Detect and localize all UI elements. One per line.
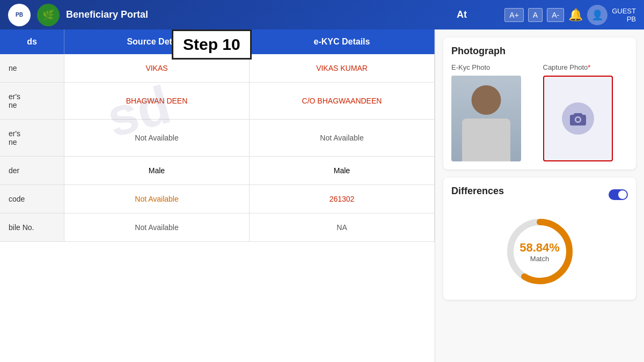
right-panel: Photograph E-Kyc Photo Capture Photo*: [435, 29, 644, 362]
person-body: [462, 119, 510, 161]
guest-name: GUEST: [612, 7, 636, 15]
main-content: ds Source Details e-KYC Details ne VIKAS…: [0, 29, 644, 362]
source-gender: Male: [64, 157, 250, 184]
ekyc-mobile: NA: [250, 213, 435, 241]
toggle-dot: [618, 190, 627, 199]
row-label-pincode: code: [0, 185, 64, 213]
person-photo: [451, 76, 521, 161]
guest-sub: PB: [612, 15, 636, 23]
source-mobile: Not Available: [64, 213, 250, 241]
guest-info: GUEST PB: [612, 7, 636, 23]
table-row: er'sne BHAGWAN DEEN C/O BHAGWAANDEEN: [0, 83, 435, 120]
differences-toggle[interactable]: [609, 189, 628, 200]
ekyc-photo-label: E-Kyc Photo: [451, 63, 537, 71]
photo-row: E-Kyc Photo Capture Photo*: [451, 63, 628, 161]
match-label: Match: [519, 255, 560, 263]
ekyc-mother: Not Available: [250, 120, 435, 156]
font-small-button[interactable]: A-: [547, 8, 564, 22]
ekyc-name: VIKAS KUMAR: [250, 54, 435, 82]
source-pincode: Not Available: [64, 185, 250, 213]
source-mother: Not Available: [64, 120, 250, 156]
state-logo: 🌿: [37, 4, 60, 26]
notification-bell-icon[interactable]: 🔔: [568, 8, 583, 22]
row-label-mobile: bile No.: [0, 213, 64, 241]
match-circle: 58.84% Match: [505, 217, 575, 286]
at-label: At: [457, 0, 467, 29]
font-medium-button[interactable]: A: [528, 8, 543, 22]
header-controls: A+ A A- 🔔 👤 GUEST PB: [504, 5, 636, 25]
table-row: er'sne Not Available Not Available: [0, 120, 435, 157]
match-container: 58.84% Match: [451, 211, 628, 292]
row-label-mother: er'sne: [0, 120, 64, 156]
source-father: BHAGWAN DEEN: [64, 83, 250, 119]
header: PB 🌿 Beneficiary Portal At A+ A A- 🔔 👤 G…: [0, 0, 644, 29]
step-badge: Step 10: [172, 29, 252, 60]
col-ekyc: e-KYC Details: [250, 29, 435, 54]
table-panel: ds Source Details e-KYC Details ne VIKAS…: [0, 29, 435, 362]
ekyc-photo-col: E-Kyc Photo: [451, 63, 537, 161]
col-label: ds: [0, 29, 64, 54]
person-head: [472, 85, 501, 115]
svg-point-0: [576, 118, 580, 122]
match-percent: 58.84%: [519, 241, 560, 255]
row-label-gender: der: [0, 157, 64, 184]
photograph-title: Photograph: [451, 46, 628, 57]
font-large-button[interactable]: A+: [504, 8, 524, 22]
portal-title: Beneficiary Portal: [66, 9, 498, 20]
capture-photo-label: Capture Photo*: [543, 63, 628, 71]
match-text: 58.84% Match: [519, 241, 560, 263]
table-row: code Not Available 261302: [0, 185, 435, 213]
authority-logo: PB: [8, 4, 31, 26]
ekyc-pincode: 261302: [250, 185, 435, 213]
table-row: der Male Male: [0, 157, 435, 185]
differences-title: Differences: [451, 186, 504, 197]
photograph-section: Photograph E-Kyc Photo Capture Photo*: [443, 38, 636, 169]
ekyc-gender: Male: [250, 157, 435, 184]
row-label-father: er'sne: [0, 83, 64, 119]
ekyc-father: C/O BHAGWAANDEEN: [250, 83, 435, 119]
differences-section: Differences 58.84% Match: [443, 178, 636, 300]
capture-photo-col: Capture Photo*: [543, 63, 628, 161]
row-label-name: ne: [0, 54, 64, 82]
ekyc-photo-box: [451, 76, 521, 161]
capture-photo-box[interactable]: [543, 76, 613, 161]
diff-header: Differences: [451, 186, 628, 203]
avatar[interactable]: 👤: [587, 5, 608, 25]
camera-icon: [562, 102, 594, 135]
table-row: bile No. Not Available NA: [0, 213, 435, 242]
